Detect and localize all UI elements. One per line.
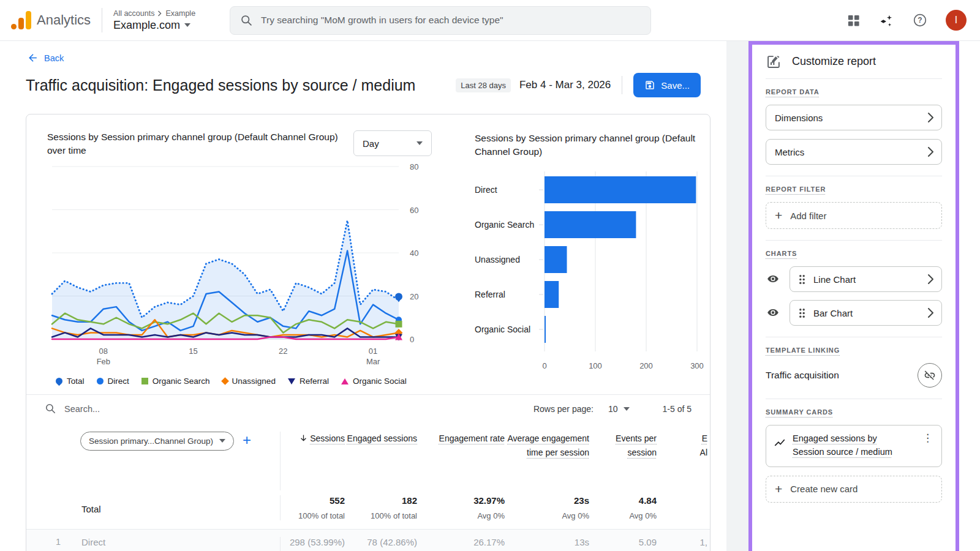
table-search-input[interactable]: Search...	[45, 403, 100, 414]
create-new-card-button[interactable]: + Create new card	[766, 476, 942, 503]
chevron-right-icon	[927, 307, 934, 318]
chevron-right-icon	[927, 274, 934, 285]
bar-referral[interactable]	[545, 281, 559, 308]
rows-per-page-select[interactable]: 10	[608, 404, 630, 414]
dimension-selector[interactable]: Session primary...Channel Group)	[80, 432, 234, 451]
table-row[interactable]: 1 Direct 298 (53.99%)78 (42.86%)26.17%13…	[26, 529, 710, 551]
table-toolbar: Search... Rows per page: 10 1-5 of 5	[26, 394, 710, 423]
bar-organic-social[interactable]	[545, 316, 546, 343]
item-label: Line Chart	[813, 274, 856, 285]
report-data-label: REPORT DATA	[766, 88, 820, 96]
row-number: 1	[26, 537, 64, 551]
spacer	[26, 495, 64, 520]
legend-item-direct[interactable]: Direct	[97, 377, 129, 386]
row-cell: 13s	[506, 537, 590, 551]
search-icon	[240, 14, 253, 27]
analytics-logo-icon[interactable]	[11, 10, 31, 31]
search-placeholder: Try searching "MoM growth in users for e…	[261, 15, 503, 26]
trend-chart-icon	[774, 437, 786, 449]
account-switcher[interactable]: All accounts Example Example.com	[113, 9, 195, 32]
content-scroll-gutter[interactable]	[726, 41, 748, 551]
bar-organic-search[interactable]	[545, 211, 636, 238]
chart-item-line-chart[interactable]: Line Chart	[790, 266, 942, 292]
x-axis-label: 300	[690, 361, 704, 370]
search-icon	[45, 403, 56, 414]
legend-item-organic-search[interactable]: Organic Search	[141, 377, 210, 386]
legend-item-unassigned[interactable]: Unassigned	[222, 377, 276, 386]
legend-label: Organic Search	[153, 377, 210, 386]
report-filter-section: REPORT FILTER + Add filter	[766, 176, 942, 241]
chart-item-bar-chart[interactable]: Bar Chart	[790, 300, 942, 326]
drag-handle-icon[interactable]	[799, 274, 805, 285]
legend-item-referral[interactable]: Referral	[288, 377, 329, 386]
bar-chart-block: Sessions by Session primary channel grou…	[475, 130, 710, 389]
template-linking-section: TEMPLATE LINKING Traffic acquisition	[766, 337, 942, 399]
back-button[interactable]: Back	[27, 52, 64, 64]
total-subtext: Avg 0%	[590, 511, 657, 520]
report-data-item-metrics[interactable]: Metrics	[766, 139, 942, 165]
bar-direct[interactable]	[545, 176, 696, 203]
chart-item-row-line-chart: Line Chart	[766, 266, 942, 292]
help-icon[interactable]: ?	[913, 13, 927, 28]
table-search-placeholder: Search...	[64, 404, 100, 414]
y-axis-label: 80	[410, 162, 418, 171]
sparkle-ai-icon[interactable]	[879, 13, 894, 28]
visibility-eye-icon[interactable]	[766, 305, 780, 320]
x-axis-label: 08	[99, 347, 108, 356]
sort-descending-icon	[299, 433, 308, 443]
legend-label: Total	[67, 377, 85, 386]
drag-handle-icon[interactable]	[799, 308, 805, 318]
bar-unassigned[interactable]	[545, 246, 567, 273]
kebab-menu-icon[interactable]: ⋮	[920, 432, 935, 444]
report-data-items: DimensionsMetrics	[766, 105, 942, 165]
summary-card[interactable]: Engaged sessions by Session source / med…	[766, 425, 942, 467]
column-header-sessions[interactable]: Sessions	[280, 432, 346, 490]
total-subtext: Avg 0%	[418, 511, 505, 520]
bar-chart-svg[interactable]: 0100200300DirectOrganic SearchUnassigned…	[475, 168, 710, 376]
add-filter-label: Add filter	[790, 211, 826, 221]
logo-bar	[26, 11, 31, 29]
back-label: Back	[44, 53, 64, 63]
charts-section: CHARTS Line ChartBar Chart	[766, 241, 942, 337]
row-number-header	[26, 432, 64, 490]
save-button[interactable]: Save...	[633, 73, 701, 97]
grid-apps-icon[interactable]	[846, 13, 861, 28]
interval-select[interactable]: Day	[353, 130, 432, 156]
total-area-fill	[52, 220, 399, 339]
avatar[interactable]: I	[946, 10, 967, 31]
svg-text:?: ?	[918, 16, 922, 24]
chevron-right-icon	[927, 112, 934, 123]
column-header-engaged-sessions[interactable]: Engaged sessions	[346, 432, 418, 490]
header-divider	[102, 8, 102, 32]
legend-label: Direct	[108, 377, 129, 386]
date-preset-chip[interactable]: Last 28 days	[456, 78, 511, 92]
column-header-average-engagement-time-per-session[interactable]: Average engagement time per session	[506, 432, 590, 490]
line-chart-block: Sessions by Session primary channel grou…	[47, 130, 445, 389]
logo-bar	[18, 18, 24, 29]
unlink-template-button[interactable]	[918, 363, 942, 388]
rows-per-page-label: Rows per page:	[533, 404, 594, 414]
total-value: 182	[346, 495, 417, 506]
date-range[interactable]: Feb 4 - Mar 3, 2026	[519, 79, 611, 91]
total-cell: 182100% of total	[346, 495, 418, 520]
y-axis-label: 0	[410, 335, 414, 344]
legend-item-total[interactable]: Total	[56, 377, 85, 386]
total-value: 23s	[506, 495, 589, 506]
table-partial-header[interactable]: E Al	[658, 432, 710, 490]
legend-label: Organic Social	[353, 377, 407, 386]
category-label: Direct	[475, 185, 497, 195]
report-data-item-dimensions[interactable]: Dimensions	[766, 105, 942, 130]
app-header: Analytics All accounts Example Example.c…	[0, 0, 980, 41]
line-chart-svg[interactable]: 02040608008Feb152201Mar	[47, 158, 445, 370]
add-dimension-button[interactable]: +	[243, 432, 251, 449]
column-header-events-per-session[interactable]: Events per session	[590, 432, 658, 490]
add-filter-button[interactable]: + Add filter	[766, 202, 942, 229]
legend-item-organic-social[interactable]: Organic Social	[341, 377, 407, 386]
total-value: 552	[281, 495, 345, 506]
column-header-label: Sessions	[310, 433, 345, 443]
global-search-input[interactable]: Try searching "MoM growth in users for e…	[230, 6, 651, 35]
visibility-eye-icon[interactable]	[766, 272, 780, 287]
panel-title: Customize report	[792, 55, 876, 68]
column-header-engagement-rate[interactable]: Engagement rate	[418, 432, 506, 490]
charts-items: Line ChartBar Chart	[766, 266, 942, 326]
